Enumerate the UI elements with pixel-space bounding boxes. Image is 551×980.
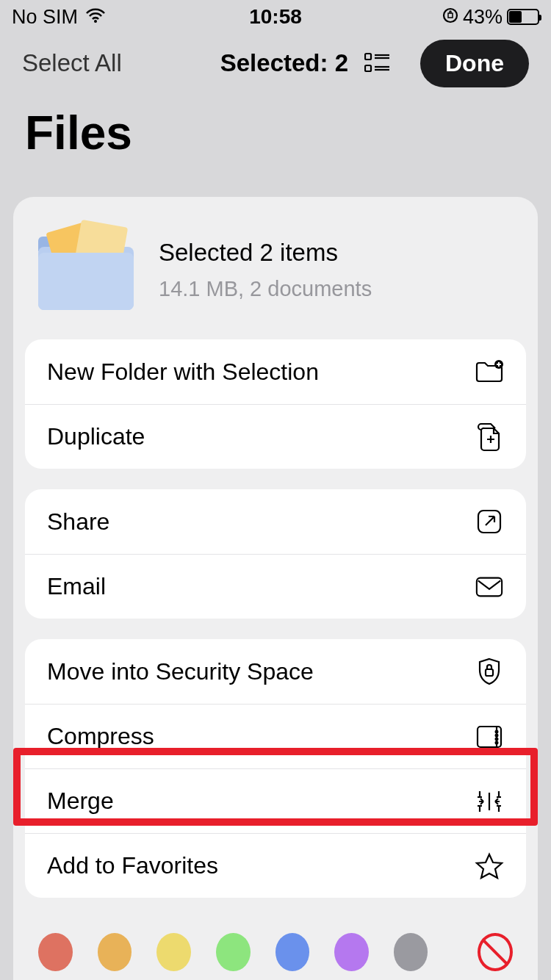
svg-rect-11 <box>486 669 493 676</box>
share-row[interactable]: Share <box>25 489 526 554</box>
duplicate-row[interactable]: Duplicate <box>25 404 526 469</box>
row-label: Move into Security Space <box>47 658 314 685</box>
row-label: Duplicate <box>47 423 145 450</box>
row-label: Add to Favorites <box>47 852 218 879</box>
select-all-button[interactable]: Select All <box>22 49 122 77</box>
add-to-favorites-row[interactable]: Add to Favorites <box>25 833 526 898</box>
row-label: Merge <box>47 788 114 815</box>
merge-row[interactable]: Merge <box>25 768 526 833</box>
selection-summary: Selected 2 items 14.1 MB, 2 documents <box>13 217 538 339</box>
compress-row[interactable]: Compress <box>25 704 526 768</box>
move-to-security-row[interactable]: Move into Security Space <box>25 639 526 704</box>
svg-point-16 <box>496 738 498 740</box>
folder-add-icon <box>475 357 504 386</box>
action-group-1: New Folder with Selection Duplicate <box>25 339 526 469</box>
row-label: Compress <box>47 723 154 750</box>
svg-point-14 <box>496 730 498 732</box>
merge-icon <box>475 787 504 816</box>
email-row[interactable]: Email <box>25 554 526 619</box>
archive-icon <box>475 722 504 752</box>
tag-color-purple[interactable] <box>334 933 369 971</box>
summary-subtitle: 14.1 MB, 2 documents <box>159 277 372 301</box>
clock: 10:58 <box>187 5 363 29</box>
orientation-lock-icon <box>442 6 458 29</box>
clear-tag-icon[interactable] <box>478 933 512 971</box>
summary-title: Selected 2 items <box>159 239 372 267</box>
selection-count: Selected: 2 <box>220 49 348 77</box>
view-mode-icon[interactable] <box>363 48 392 78</box>
action-group-2: Share Email <box>25 489 526 619</box>
svg-point-15 <box>496 734 498 736</box>
tag-color-yellow[interactable] <box>156 933 191 971</box>
tag-color-green[interactable] <box>216 933 251 971</box>
tag-color-red[interactable] <box>38 933 73 971</box>
svg-rect-2 <box>365 54 371 60</box>
action-sheet: Selected 2 items 14.1 MB, 2 documents Ne… <box>13 197 538 980</box>
new-folder-with-selection-row[interactable]: New Folder with Selection <box>25 339 526 404</box>
battery-icon <box>507 9 539 25</box>
page-title: Files <box>0 93 551 197</box>
mail-icon <box>475 572 504 602</box>
carrier-text: No SIM <box>12 6 78 29</box>
action-group-3: Move into Security Space Compress Merge … <box>25 639 526 898</box>
share-icon <box>475 507 504 536</box>
duplicate-icon <box>475 422 504 452</box>
row-label: New Folder with Selection <box>47 359 319 386</box>
row-label: Email <box>47 573 106 600</box>
tag-color-orange[interactable] <box>98 933 132 971</box>
folder-illustration-icon <box>38 229 134 310</box>
tag-color-gray[interactable] <box>394 933 428 971</box>
svg-rect-5 <box>365 65 371 71</box>
tag-color-row <box>13 918 538 971</box>
wifi-icon <box>85 6 106 29</box>
tag-color-blue[interactable] <box>276 933 310 971</box>
nav-bar: Select All Selected: 2 Done <box>0 34 551 93</box>
svg-point-17 <box>496 741 498 743</box>
shield-lock-icon <box>475 657 504 686</box>
svg-rect-10 <box>477 577 502 596</box>
status-bar: No SIM 10:58 43% <box>0 0 551 34</box>
battery-pct: 43% <box>463 6 503 29</box>
done-button[interactable]: Done <box>420 40 529 87</box>
svg-point-0 <box>94 20 97 23</box>
star-icon <box>475 851 504 881</box>
row-label: Share <box>47 508 109 536</box>
